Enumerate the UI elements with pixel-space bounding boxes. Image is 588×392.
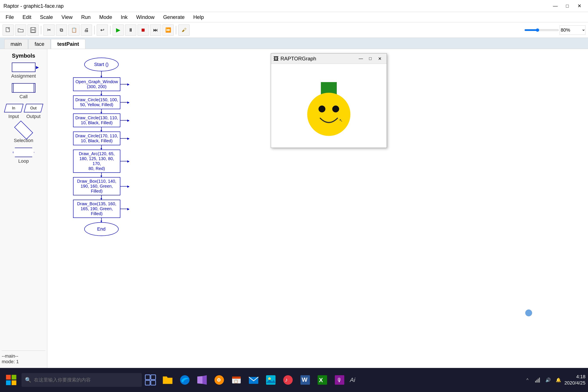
- rg-minimize[interactable]: —: [356, 55, 365, 62]
- network-icon[interactable]: [534, 376, 542, 384]
- new-button[interactable]: [2, 24, 14, 36]
- highlight-button[interactable]: 🖌: [178, 24, 190, 36]
- svg-rect-3: [32, 28, 34, 30]
- svg-rect-18: [151, 380, 156, 385]
- app-4[interactable]: 📋: [228, 371, 245, 388]
- menu-run[interactable]: Run: [77, 13, 94, 22]
- svg-text:♪: ♪: [285, 376, 288, 383]
- selection-label: Selection: [14, 138, 33, 143]
- raptor-graph-content: ↖: [271, 64, 387, 148]
- zoom-slider[interactable]: [524, 28, 559, 32]
- rg-close[interactable]: ✕: [376, 55, 384, 62]
- svg-rect-43: [539, 378, 540, 382]
- rg-maximize[interactable]: □: [366, 55, 374, 62]
- sidebar-item-loop[interactable]: Loop: [2, 148, 45, 164]
- open-button[interactable]: [15, 24, 26, 36]
- fc-box-1: Draw_Circle(150, 100,50, Yellow, Filled): [73, 96, 120, 109]
- pause-button[interactable]: ⏸: [125, 24, 136, 36]
- save-button[interactable]: [28, 24, 39, 36]
- status-line1: --main--: [2, 353, 45, 359]
- svg-rect-40: [535, 381, 536, 382]
- menu-generate[interactable]: Generate: [159, 13, 188, 22]
- app-photos[interactable]: [262, 371, 280, 388]
- taskbar-search[interactable]: 🔍: [22, 373, 142, 387]
- toolbar-sep4: [176, 26, 176, 34]
- close-button[interactable]: ✕: [574, 2, 584, 10]
- volume-icon[interactable]: 🔊: [544, 376, 552, 384]
- sidebar-item-io[interactable]: In Input Out Output: [2, 104, 45, 119]
- flowchart: Start () ▼ Open_Graph_Window(300, 200) ▶…: [73, 58, 130, 236]
- canvas-dot: [525, 310, 532, 316]
- print-button[interactable]: 🖨: [81, 24, 92, 36]
- menu-view[interactable]: View: [58, 13, 76, 22]
- svg-rect-1: [8, 28, 10, 29]
- io-symbols: In Input Out Output: [5, 104, 42, 119]
- step2-button[interactable]: ⏩: [162, 24, 174, 36]
- toolbar: ✂ ⧉ 📋 🖨 ↩ ▶ ⏸ ⏹ ⏭ ⏩ 🖌 80% 100% 125% 150%: [0, 22, 588, 38]
- menu-window[interactable]: Window: [132, 13, 158, 22]
- stop-button[interactable]: ⏹: [138, 24, 149, 36]
- menu-scale[interactable]: Scale: [36, 13, 57, 22]
- app-mail[interactable]: [245, 371, 262, 388]
- fc-node-0: Open_Graph_Window(300, 200) ▶: [73, 77, 130, 91]
- app-5[interactable]: ♪: [280, 371, 296, 388]
- menu-edit[interactable]: Edit: [19, 13, 35, 22]
- app-vs[interactable]: [194, 371, 210, 388]
- app-7[interactable]: 🎙: [331, 371, 348, 388]
- run-button[interactable]: ▶: [112, 24, 124, 36]
- fc-box-6: Draw_Box(135, 160,165, 190, Green,Filled…: [73, 200, 120, 218]
- app-3[interactable]: ⚙: [210, 371, 228, 388]
- tabs-area: main face testPaint: [0, 38, 588, 49]
- tab-testpaint[interactable]: testPaint: [51, 39, 85, 49]
- canvas-area[interactable]: Start () ▼ Open_Graph_Window(300, 200) ▶…: [47, 49, 588, 368]
- menu-file[interactable]: File: [2, 13, 18, 22]
- svg-rect-14: [12, 380, 16, 385]
- start-button[interactable]: [2, 372, 20, 388]
- menu-ink[interactable]: Ink: [117, 13, 132, 22]
- cut-button[interactable]: ✂: [44, 24, 54, 36]
- maximize-button[interactable]: □: [562, 2, 572, 10]
- svg-point-8: [318, 106, 326, 112]
- taskview-button[interactable]: [142, 371, 159, 388]
- copy-button[interactable]: ⧉: [56, 24, 67, 36]
- sidebar-item-selection[interactable]: Selection: [2, 124, 45, 143]
- taskbar-ai-label: Ai: [350, 376, 355, 384]
- undo-button[interactable]: ↩: [97, 24, 108, 36]
- menu-mode[interactable]: Mode: [96, 13, 116, 22]
- search-icon: 🔍: [25, 377, 32, 383]
- app-explorer[interactable]: [159, 371, 176, 388]
- tab-face[interactable]: face: [28, 39, 50, 49]
- svg-text:X: X: [319, 377, 323, 384]
- search-input[interactable]: [34, 377, 138, 383]
- output-label: Output: [26, 114, 40, 119]
- app-edge[interactable]: [176, 371, 194, 388]
- app-6[interactable]: X: [314, 371, 331, 388]
- step-button[interactable]: ⏭: [150, 24, 161, 36]
- svg-rect-12: [12, 375, 16, 380]
- paste-button[interactable]: 📋: [68, 24, 80, 36]
- sidebar-item-call[interactable]: Call: [2, 83, 45, 100]
- toolbar-sep3: [110, 26, 110, 34]
- raptor-graph-window[interactable]: 🖼 RAPTORGraph — □ ✕: [271, 53, 387, 148]
- svg-rect-26: [232, 376, 241, 379]
- menu-bar: File Edit Scale View Run Mode Ink Window…: [0, 12, 588, 22]
- app-word[interactable]: W: [296, 371, 314, 388]
- svg-rect-13: [6, 380, 11, 385]
- svg-rect-11: [6, 375, 11, 380]
- menu-help[interactable]: Help: [189, 13, 208, 22]
- call-symbol: [12, 83, 36, 93]
- loop-label: Loop: [18, 158, 29, 164]
- minimize-button[interactable]: —: [550, 2, 560, 10]
- taskbar-clock[interactable]: 4:18 2020/4/25: [564, 374, 586, 386]
- fc-box-0: Open_Graph_Window(300, 200): [73, 77, 120, 91]
- svg-rect-29: [266, 375, 276, 385]
- sidebar-item-assignment[interactable]: Assignment: [2, 62, 45, 79]
- svg-rect-42: [538, 379, 538, 382]
- show-hidden-icon[interactable]: ^: [523, 376, 532, 384]
- zoom-select[interactable]: 80% 100% 125% 150%: [560, 25, 586, 35]
- assignment-symbol: [12, 62, 36, 72]
- fc-box-2: Draw_Circle(130, 110,10, Black, Filled): [73, 114, 120, 127]
- selection-symbol: [14, 120, 33, 140]
- tab-main[interactable]: main: [4, 39, 28, 49]
- notification-icon[interactable]: 🔔: [554, 376, 563, 384]
